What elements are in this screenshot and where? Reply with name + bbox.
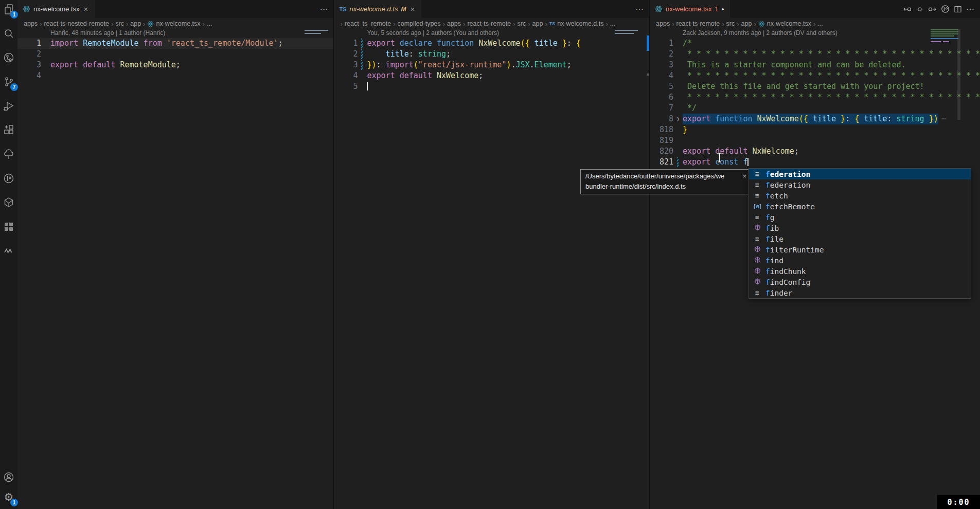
breadcrumb-symbol[interactable]: ... (610, 20, 615, 27)
code-line[interactable]: 4export default NxWelcome; (334, 70, 649, 81)
breadcrumb-item[interactable]: src (726, 20, 735, 27)
breadcrumb-item[interactable]: app (741, 20, 752, 27)
unsaved-dot-icon[interactable]: ● (721, 7, 724, 12)
breadcrumb-item[interactable]: compiled-types (398, 20, 441, 27)
code-line[interactable]: 8❯export function NxWelcome({ title }: {… (650, 114, 980, 124)
suggestion-find[interactable]: find (749, 255, 971, 266)
minimap[interactable] (931, 33, 958, 34)
line-number[interactable]: 2 (17, 49, 41, 60)
suggestion-fib[interactable]: fib (749, 223, 971, 233)
search-icon[interactable] (2, 27, 15, 40)
hexagon-icon[interactable] (2, 196, 15, 209)
suggestion-finder[interactable]: ≡finder (749, 287, 971, 298)
remote-graph-icon[interactable] (2, 51, 15, 64)
minimap[interactable] (647, 74, 649, 76)
code-line[interactable]: 5 (334, 81, 649, 92)
suggestion-fetchRemote[interactable]: [ø]fetchRemote (749, 201, 971, 212)
code-line[interactable]: 2 title: string; (334, 49, 649, 60)
minimap[interactable] (647, 35, 649, 51)
folded-region-badge[interactable]: ⋯ (941, 114, 946, 124)
more-actions-icon[interactable]: ⋯ (635, 4, 644, 14)
code-line[interactable]: 3 This is a starter component and can be… (650, 60, 980, 70)
minimap[interactable] (931, 31, 958, 32)
code-line[interactable]: 1/* (650, 38, 980, 49)
breadcrumb-file[interactable]: nx-welcome.tsx (767, 20, 811, 27)
suggestion-findConfig[interactable]: findConfig (749, 277, 971, 287)
code-line[interactable]: 819 (650, 135, 980, 146)
breadcrumb-item[interactable]: react-ts-remote (467, 20, 511, 27)
source-control-icon[interactable]: 7 (2, 75, 15, 88)
split-editor-icon[interactable] (954, 5, 962, 13)
next-change-icon[interactable] (928, 5, 937, 13)
code-line[interactable]: 820export default NxWelcome; (650, 146, 980, 157)
line-number[interactable]: 4 (17, 70, 41, 81)
minimap[interactable] (943, 41, 949, 42)
minimap[interactable] (615, 30, 638, 31)
more-actions-icon[interactable]: ⋯ (966, 4, 975, 14)
line-number[interactable]: 7 (650, 103, 673, 114)
suggestion-fetch[interactable]: ≡fetch (749, 190, 971, 201)
breadcrumb-item[interactable]: app (130, 20, 141, 27)
previous-change-icon[interactable] (903, 5, 912, 13)
breadcrumb-item[interactable]: react-ts-remote (676, 20, 720, 27)
code-line[interactable]: 821export const f (650, 157, 980, 168)
breadcrumb-item[interactable]: react-ts-nested-remote (44, 20, 109, 27)
breadcrumb-item[interactable]: apps (656, 20, 670, 27)
line-number[interactable]: 4 (650, 70, 673, 81)
line-number[interactable]: 818 (650, 124, 673, 135)
line-number[interactable]: 1 (334, 38, 358, 49)
line-number[interactable]: 3 (650, 60, 673, 70)
waves-icon[interactable] (2, 244, 15, 258)
explorer-icon[interactable]: 1 (2, 3, 15, 16)
breadcrumb-symbol[interactable]: ... (207, 20, 212, 27)
tab-nx-welcome.d.ts[interactable]: TSnx-welcome.d.tsM× (334, 0, 421, 18)
line-number[interactable]: 820 (650, 146, 673, 157)
code-line[interactable]: 2 (17, 49, 333, 60)
more-actions-icon[interactable]: ⋯ (319, 4, 328, 14)
breadcrumb-item[interactable]: react_ts_remote (345, 20, 391, 27)
timeline-icon[interactable] (2, 172, 15, 185)
close-icon[interactable]: × (83, 5, 90, 13)
code-line[interactable]: 7 */ (650, 103, 980, 114)
minimap[interactable] (931, 35, 954, 37)
line-number[interactable]: 2 (650, 49, 673, 60)
codelens-blame[interactable]: Hanric, 48 minutes ago | 1 author (Hanri… (17, 29, 333, 38)
suggestion-fg[interactable]: ≡fg (749, 212, 971, 223)
minimap[interactable] (931, 29, 958, 30)
accounts-icon[interactable] (2, 470, 15, 484)
close-icon[interactable]: × (409, 5, 416, 13)
line-number[interactable]: 8 (650, 114, 673, 124)
code-line[interactable]: 3}): import("react/jsx-runtime").JSX.Ele… (334, 60, 649, 70)
tab-nx-welcome.tsx[interactable]: nx-welcome.tsx× (17, 0, 95, 18)
line-number[interactable]: 1 (650, 38, 673, 49)
code-editor[interactable]: Hanric, 48 minutes ago | 1 author (Hanri… (17, 29, 333, 509)
line-number[interactable]: 1 (17, 38, 41, 49)
line-number[interactable]: 4 (334, 70, 358, 81)
minimap[interactable] (615, 33, 634, 34)
suggestion-federation[interactable]: ≡federation (749, 179, 971, 190)
line-number[interactable]: 3 (17, 60, 41, 70)
breadcrumb-item[interactable]: apps (447, 20, 461, 27)
line-number[interactable]: 5 (334, 81, 358, 92)
breadcrumb-item[interactable]: apps (24, 20, 38, 27)
code-line[interactable]: 1import RemoteModule from 'react_ts_remo… (17, 38, 333, 49)
suggestion-federation[interactable]: ≡federation (749, 169, 971, 179)
current-change-icon[interactable] (916, 5, 924, 13)
grid-icon[interactable] (2, 220, 15, 233)
line-number[interactable]: 2 (334, 49, 358, 60)
suggestion-findChunk[interactable]: findChunk (749, 266, 971, 277)
minimap[interactable] (305, 33, 321, 34)
line-number[interactable]: 3 (334, 60, 358, 70)
breadcrumb-item[interactable]: src (115, 20, 124, 27)
code-line[interactable]: 4 (17, 70, 333, 81)
code-line[interactable]: 3export default RemoteModule; (17, 60, 333, 70)
code-editor[interactable]: You, 5 seconds ago | 2 authors (You and … (334, 29, 649, 509)
codelens-blame[interactable]: You, 5 seconds ago | 2 authors (You and … (334, 29, 649, 38)
breadcrumb-item[interactable]: src (517, 20, 526, 27)
code-line[interactable]: 818} (650, 124, 980, 135)
code-line[interactable]: 1export declare function NxWelcome({ tit… (334, 38, 649, 49)
tab-nx-welcome.tsx[interactable]: nx-welcome.tsx1● (650, 0, 730, 18)
suggestion-file[interactable]: ≡file (749, 233, 971, 244)
line-number[interactable]: 821 (650, 157, 673, 168)
settings-icon[interactable]: ⚙1 (2, 490, 15, 504)
